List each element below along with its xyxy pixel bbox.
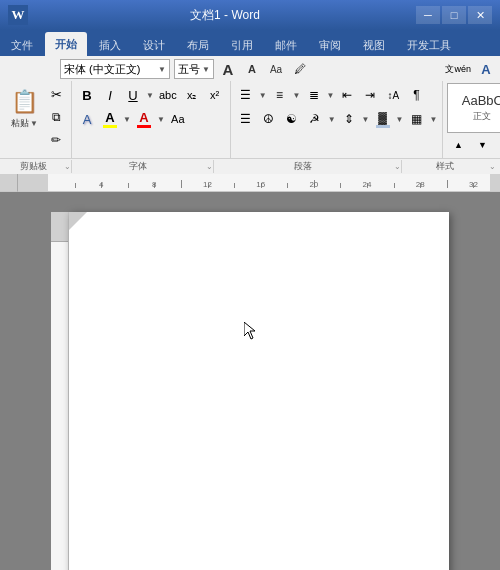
- ruler-container: 48121620242832: [0, 174, 500, 192]
- paste-label: 粘贴: [11, 117, 29, 130]
- line-spacing-dropdown[interactable]: ▼: [361, 115, 371, 124]
- minimize-button[interactable]: ─: [416, 6, 440, 24]
- tab-insert[interactable]: 插入: [89, 34, 131, 56]
- align-left-button[interactable]: ☰: [235, 108, 257, 130]
- multilevel-dropdown[interactable]: ▼: [326, 91, 336, 100]
- numbered-dropdown[interactable]: ▼: [292, 91, 302, 100]
- styles-expand-icon[interactable]: ⌄: [489, 162, 496, 171]
- tab-review[interactable]: 审阅: [309, 34, 351, 56]
- document-page: [69, 212, 449, 570]
- font-expand-icon[interactable]: ⌄: [206, 162, 213, 171]
- border-button[interactable]: ▦: [405, 108, 427, 130]
- change-case-button[interactable]: Aa: [266, 59, 286, 79]
- decrease-indent-button[interactable]: ⇤: [336, 84, 358, 106]
- shading-dropdown[interactable]: ▼: [395, 115, 405, 124]
- font-section-label: 字体 ⌄: [72, 160, 214, 173]
- subscript-button[interactable]: x₂: [181, 84, 203, 106]
- paragraph-group: ☰ ▼ ≡ ▼ ≣ ▼ ⇤ ⇥ ↕A ¶ ☰: [231, 81, 444, 158]
- paragraph-section-label: 段落 ⌄: [214, 160, 403, 173]
- show-para-button[interactable]: ¶: [405, 84, 427, 106]
- justify-button[interactable]: ☭: [304, 108, 326, 130]
- italic-button[interactable]: I: [99, 84, 121, 106]
- sort-button[interactable]: ↕A: [382, 84, 404, 106]
- clear-format-button[interactable]: 🖉: [290, 59, 310, 79]
- ribbon-tab-bar: 文件 开始 插入 设计 布局 引用 邮件 审阅 视图 开发工具: [0, 30, 500, 56]
- special-char-button[interactable]: A: [476, 59, 496, 79]
- style-more-button[interactable]: ▼: [495, 134, 500, 156]
- para-row2: ☰ ☮ ☯ ☭ ▼ ⇕ ▼ ▓: [235, 107, 439, 131]
- styles-group: AaBbC 正文 ▲ ▼ ▼: [443, 81, 500, 158]
- page-fold-corner: [69, 212, 87, 230]
- align-right-button[interactable]: ☯: [281, 108, 303, 130]
- strikethrough-button[interactable]: abc: [156, 84, 180, 106]
- close-button[interactable]: ✕: [468, 6, 492, 24]
- style-scroll-up-button[interactable]: ▲: [447, 134, 469, 156]
- v-ruler-top-margin: [51, 212, 68, 242]
- tab-references[interactable]: 引用: [221, 34, 263, 56]
- para-row1: ☰ ▼ ≡ ▼ ≣ ▼ ⇤ ⇥ ↕A ¶: [235, 83, 439, 107]
- ruler-right-margin: [490, 174, 500, 191]
- justify-dropdown[interactable]: ▼: [327, 115, 337, 124]
- window-controls: ─ □ ✕: [416, 6, 492, 24]
- mouse-cursor: [244, 322, 256, 338]
- change-case-btn2[interactable]: Aa: [167, 108, 189, 130]
- paragraph-expand-icon[interactable]: ⌄: [394, 162, 401, 171]
- tab-view[interactable]: 视图: [353, 34, 395, 56]
- font-name-selector[interactable]: 宋体 (中文正文) ▼: [60, 59, 170, 79]
- cut-button[interactable]: ✂: [45, 83, 67, 105]
- text-effect-button[interactable]: A: [76, 108, 98, 130]
- app-icon: W: [8, 5, 28, 25]
- horizontal-ruler: 48121620242832: [18, 174, 500, 192]
- grow-font-button[interactable]: A: [218, 59, 238, 79]
- tab-mailings[interactable]: 邮件: [265, 34, 307, 56]
- highlight-dropdown[interactable]: ▼: [122, 115, 132, 124]
- style-scroll-down-button[interactable]: ▼: [471, 134, 493, 156]
- border-dropdown[interactable]: ▼: [428, 115, 438, 124]
- font-name-value: 宋体 (中文正文): [64, 62, 140, 77]
- bullet-dropdown[interactable]: ▼: [258, 91, 268, 100]
- font-size-selector[interactable]: 五号 ▼: [174, 59, 214, 79]
- shrink-font-button[interactable]: A: [242, 59, 262, 79]
- wubi-button[interactable]: 文wén: [442, 59, 474, 79]
- ruler-track: 48121620242832: [48, 174, 500, 191]
- highlight-button[interactable]: A: [99, 108, 121, 130]
- document-area: [0, 192, 500, 570]
- ruler-left-margin: [18, 174, 48, 191]
- font-color-bar: [137, 125, 151, 128]
- tab-file[interactable]: 文件: [1, 34, 43, 56]
- tab-home[interactable]: 开始: [45, 32, 87, 56]
- superscript-button[interactable]: x²: [204, 84, 226, 106]
- paste-button[interactable]: 📋 粘贴 ▼: [6, 83, 43, 135]
- bullet-list-button[interactable]: ☰: [235, 84, 257, 106]
- tab-layout[interactable]: 布局: [177, 34, 219, 56]
- line-spacing-button[interactable]: ⇕: [338, 108, 360, 130]
- ribbon: 宋体 (中文正文) ▼ 五号 ▼ A A Aa 🖉 文wén A: [0, 56, 500, 174]
- copy-button[interactable]: ⧉: [45, 106, 67, 128]
- underline-button[interactable]: U: [122, 84, 144, 106]
- font-color-button[interactable]: A: [133, 108, 155, 130]
- multilevel-list-button[interactable]: ≣: [303, 84, 325, 106]
- center-button[interactable]: ☮: [258, 108, 280, 130]
- clipboard-expand-icon[interactable]: ⌄: [64, 162, 71, 171]
- shading-button[interactable]: ▓: [372, 108, 394, 130]
- numbered-list-button[interactable]: ≡: [269, 84, 291, 106]
- tab-design[interactable]: 设计: [133, 34, 175, 56]
- increase-indent-button[interactable]: ⇥: [359, 84, 381, 106]
- title-bar: W 文档1 - Word ─ □ ✕: [0, 0, 500, 30]
- styles-section-label: 样式 ⌄: [402, 160, 496, 173]
- restore-button[interactable]: □: [442, 6, 466, 24]
- underline-dropdown[interactable]: ▼: [145, 91, 155, 100]
- font-color-dropdown[interactable]: ▼: [156, 115, 166, 124]
- styles-preview-box[interactable]: AaBbC 正文: [447, 83, 500, 133]
- clipboard-small-buttons: ✂ ⧉ ✏: [45, 83, 67, 151]
- clipboard-section-label: 剪贴板 ⌄: [4, 160, 72, 173]
- clipboard-group: 📋 粘贴 ▼ ✂ ⧉ ✏: [2, 81, 72, 158]
- tab-developer[interactable]: 开发工具: [397, 34, 461, 56]
- title-text: 文档1 - Word: [34, 7, 416, 24]
- shading-color-bar: [376, 125, 390, 128]
- format-painter-button[interactable]: ✏: [45, 129, 67, 151]
- special-buttons-area: 文wén A: [442, 59, 496, 79]
- ruler-corner: [0, 174, 18, 192]
- bold-button[interactable]: B: [76, 84, 98, 106]
- ribbon-row1: 宋体 (中文正文) ▼ 五号 ▼ A A Aa 🖉 文wén A: [0, 56, 500, 81]
